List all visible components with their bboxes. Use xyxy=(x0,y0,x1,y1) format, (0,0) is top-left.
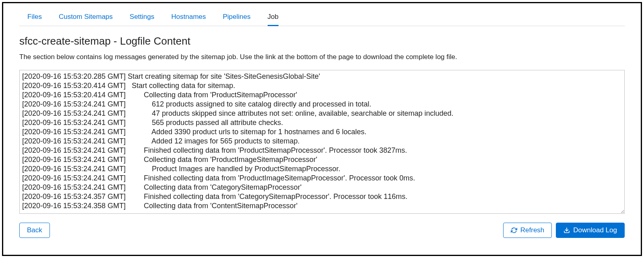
tab-settings[interactable]: Settings xyxy=(130,10,154,26)
refresh-button[interactable]: Refresh xyxy=(503,223,552,238)
log-line: [2020-09-16 15:53:24.358 GMT] Collecting… xyxy=(22,201,622,211)
page-description: The section below contains log messages … xyxy=(19,53,625,61)
log-line: [2020-09-16 15:53:20.285 GMT] Start crea… xyxy=(22,72,622,81)
tab-bar: Files Custom Sitemaps Settings Hostnames… xyxy=(19,8,625,26)
app-frame: Files Custom Sitemaps Settings Hostnames… xyxy=(2,2,642,256)
footer-actions: Back Refresh xyxy=(19,223,625,238)
log-line: [2020-09-16 15:53:24.241 GMT] 47 product… xyxy=(22,109,622,118)
log-line: [2020-09-16 15:53:20.414 GMT] Collecting… xyxy=(22,90,622,100)
log-line: [2020-09-16 15:53:24.241 GMT] Finished c… xyxy=(22,146,622,155)
log-line: [2020-09-16 15:53:24.357 GMT] Finished c… xyxy=(22,192,622,201)
tab-hostnames[interactable]: Hostnames xyxy=(171,10,206,26)
log-line: [2020-09-16 15:53:24.241 GMT] Added 12 i… xyxy=(22,137,622,146)
log-line: [2020-09-16 15:53:24.241 GMT] 612 produc… xyxy=(22,100,622,109)
tab-files[interactable]: Files xyxy=(27,10,42,26)
log-line: [2020-09-16 15:53:24.241 GMT] Collecting… xyxy=(22,183,622,192)
right-button-group: Refresh Download Log xyxy=(503,223,625,238)
log-line: [2020-09-16 15:53:24.241 GMT] Finished c… xyxy=(22,174,622,183)
download-label: Download Log xyxy=(573,226,617,234)
log-line: [2020-09-16 15:53:24.241 GMT] Product Im… xyxy=(22,164,622,174)
log-output[interactable]: [2020-09-16 15:53:20.285 GMT] Start crea… xyxy=(19,70,625,214)
tab-custom-sitemaps[interactable]: Custom Sitemaps xyxy=(59,10,113,26)
tab-job[interactable]: Job xyxy=(268,10,279,26)
page-title: sfcc-create-sitemap - Logfile Content xyxy=(19,35,625,47)
refresh-icon xyxy=(511,227,517,233)
log-line: [2020-09-16 15:53:20.414 GMT] Start coll… xyxy=(22,81,622,90)
back-button[interactable]: Back xyxy=(19,223,50,238)
log-line: [2020-09-16 15:53:24.241 GMT] Collecting… xyxy=(22,155,622,164)
download-log-button[interactable]: Download Log xyxy=(556,223,625,238)
tab-pipelines[interactable]: Pipelines xyxy=(223,10,251,26)
download-icon xyxy=(564,227,570,233)
log-line: [2020-09-16 15:53:24.241 GMT] Added 3390… xyxy=(22,127,622,137)
refresh-label: Refresh xyxy=(520,226,545,234)
log-line: [2020-09-16 15:53:24.241 GMT] 565 produc… xyxy=(22,118,622,127)
